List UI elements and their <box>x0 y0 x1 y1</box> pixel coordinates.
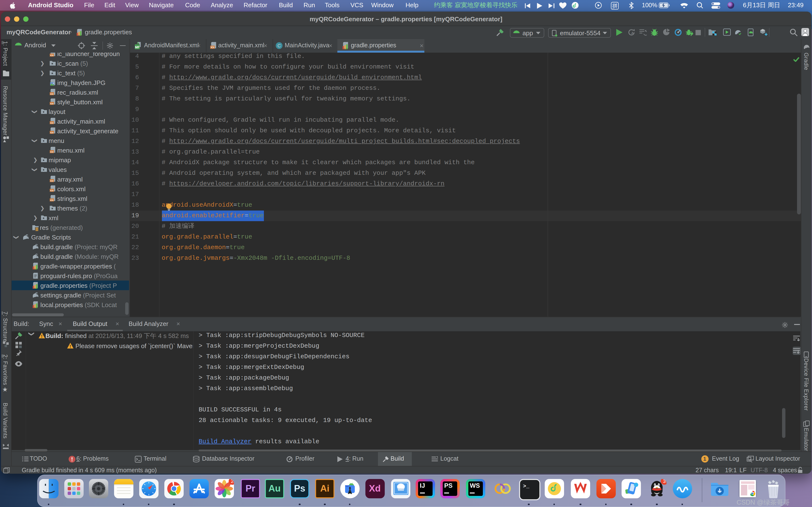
svg-text:PxCook: PxCook <box>398 489 404 490</box>
svg-text:>_: >_ <box>523 483 529 489</box>
